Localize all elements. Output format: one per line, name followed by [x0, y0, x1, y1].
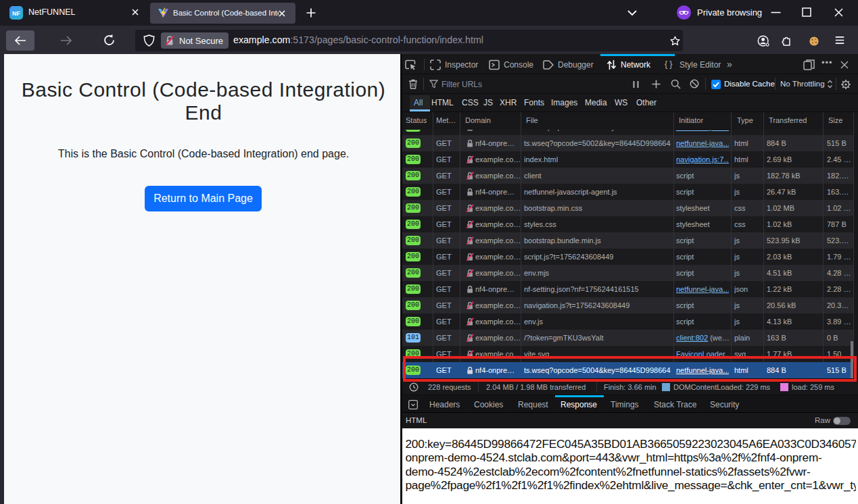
svg-text:NF: NF: [12, 10, 20, 17]
